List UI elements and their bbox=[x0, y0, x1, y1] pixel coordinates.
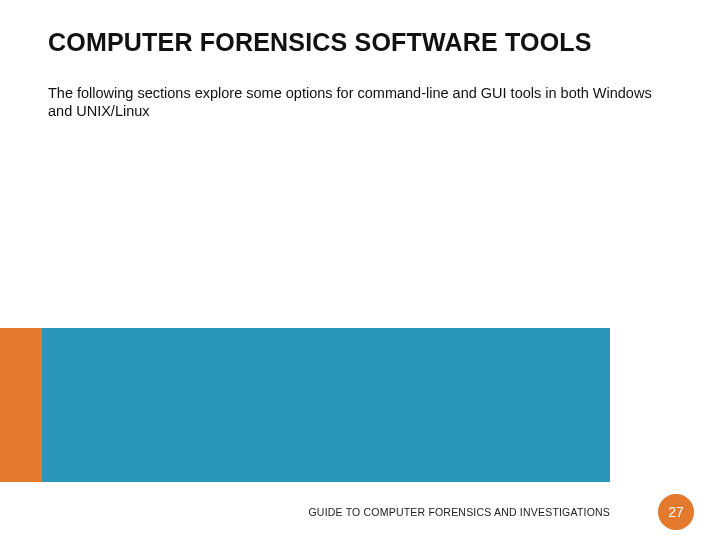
page-number-badge: 27 bbox=[658, 494, 694, 530]
footer-label: GUIDE TO COMPUTER FORENSICS AND INVESTIG… bbox=[309, 506, 611, 518]
slide: COMPUTER FORENSICS SOFTWARE TOOLS The fo… bbox=[0, 0, 720, 540]
page-number: 27 bbox=[668, 504, 684, 520]
slide-body-text: The following sections explore some opti… bbox=[48, 84, 660, 120]
slide-title: COMPUTER FORENSICS SOFTWARE TOOLS bbox=[48, 28, 592, 57]
